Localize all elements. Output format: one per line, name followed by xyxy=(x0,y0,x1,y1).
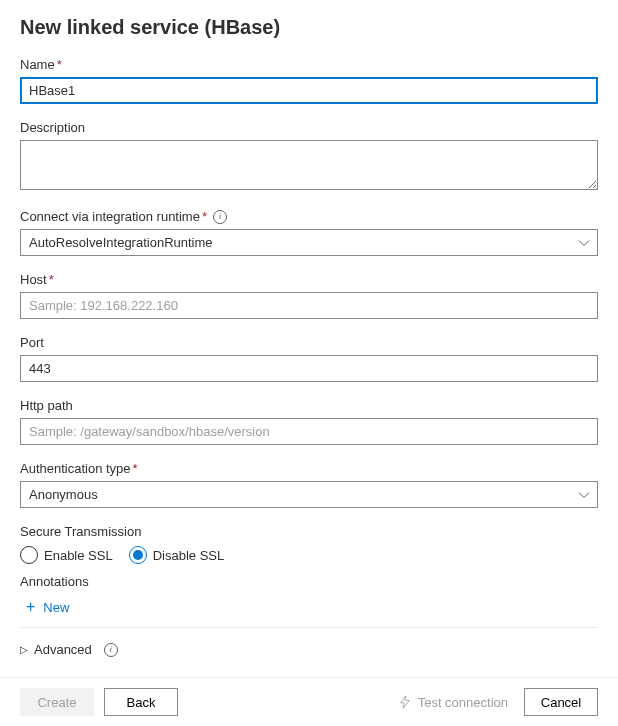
connection-icon xyxy=(398,695,412,709)
back-button[interactable]: Back xyxy=(104,688,178,716)
test-connection-link[interactable]: Test connection xyxy=(398,695,508,710)
authtype-select[interactable] xyxy=(20,481,598,508)
name-input[interactable] xyxy=(20,77,598,104)
advanced-label: Advanced xyxy=(34,642,92,657)
divider xyxy=(20,627,598,628)
create-button[interactable]: Create xyxy=(20,688,94,716)
field-authtype: Authentication type * xyxy=(20,461,598,508)
required-asterisk: * xyxy=(133,461,138,476)
required-asterisk: * xyxy=(57,57,62,72)
required-asterisk: * xyxy=(49,272,54,287)
add-annotation-label: New xyxy=(43,600,69,615)
label-httppath: Http path xyxy=(20,398,598,413)
add-annotation-button[interactable]: + New xyxy=(20,595,71,623)
field-httppath: Http path xyxy=(20,398,598,445)
radio-disable-ssl-label: Disable SSL xyxy=(153,548,225,563)
field-port: Port xyxy=(20,335,598,382)
info-icon[interactable]: i xyxy=(104,643,118,657)
label-port: Port xyxy=(20,335,598,350)
description-textarea[interactable] xyxy=(20,140,598,190)
field-runtime: Connect via integration runtime * i xyxy=(20,209,598,256)
label-host: Host * xyxy=(20,272,598,287)
runtime-select[interactable] xyxy=(20,229,598,256)
cancel-button[interactable]: Cancel xyxy=(524,688,598,716)
label-secure-transmission: Secure Transmission xyxy=(20,524,598,539)
port-input[interactable] xyxy=(20,355,598,382)
label-annotations: Annotations xyxy=(20,574,598,589)
runtime-select-value[interactable] xyxy=(20,229,598,256)
field-name: Name * xyxy=(20,57,598,104)
authtype-select-value[interactable] xyxy=(20,481,598,508)
radio-circle-icon xyxy=(129,546,147,564)
plus-icon: + xyxy=(26,599,35,615)
radio-disable-ssl[interactable]: Disable SSL xyxy=(129,546,225,564)
httppath-input[interactable] xyxy=(20,418,598,445)
label-name: Name * xyxy=(20,57,598,72)
footer-bar: Create Back Test connection Cancel xyxy=(0,677,618,726)
host-input[interactable] xyxy=(20,292,598,319)
radio-enable-ssl[interactable]: Enable SSL xyxy=(20,546,113,564)
advanced-toggle[interactable]: ▷ Advanced i xyxy=(20,640,598,659)
radio-circle-icon xyxy=(20,546,38,564)
field-description: Description xyxy=(20,120,598,193)
form-panel: New linked service (HBase) Name * Descri… xyxy=(0,0,618,677)
info-icon[interactable]: i xyxy=(213,210,227,224)
label-description: Description xyxy=(20,120,598,135)
radio-enable-ssl-label: Enable SSL xyxy=(44,548,113,563)
label-runtime: Connect via integration runtime * i xyxy=(20,209,598,224)
secure-transmission-group: Enable SSL Disable SSL xyxy=(20,546,598,564)
field-host: Host * xyxy=(20,272,598,319)
test-connection-label: Test connection xyxy=(418,695,508,710)
caret-right-icon: ▷ xyxy=(20,644,28,655)
required-asterisk: * xyxy=(202,209,207,224)
label-authtype: Authentication type * xyxy=(20,461,598,476)
page-title: New linked service (HBase) xyxy=(20,16,598,39)
